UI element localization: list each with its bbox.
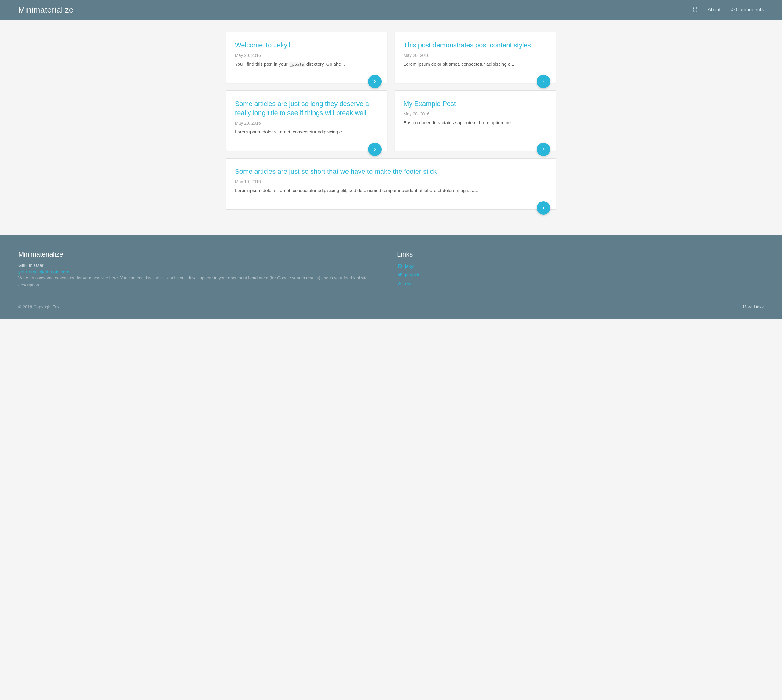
footer-link-jekyllrb[interactable]: jekyllrb: [397, 272, 764, 277]
post-title-4[interactable]: Some articles are just so short that we …: [235, 167, 547, 176]
footer-link-label-jekyllrb: jekyllrb: [405, 272, 419, 277]
read-more-btn-3[interactable]: [537, 143, 550, 156]
footer-user: GitHub User: [18, 263, 385, 268]
read-more-btn-4[interactable]: [537, 201, 550, 215]
footer-link-label-jekyll: jekyll: [405, 263, 415, 269]
post-card-3: My Example Post May 20, 2016 Eos eu doce…: [395, 90, 556, 151]
footer-link-jekyll[interactable]: jekyll: [397, 263, 764, 269]
components-link[interactable]: <> Components: [730, 7, 764, 13]
fingerprint-icon-link[interactable]: [692, 7, 699, 13]
footer-top: Minimaterialize GitHub User your-email@d…: [18, 250, 764, 298]
twitter-icon: [397, 272, 403, 277]
arrow-icon-4: [540, 205, 547, 211]
read-more-btn-0[interactable]: [368, 75, 382, 88]
post-excerpt-0: You'll find this post in your _posts dir…: [235, 61, 378, 68]
components-label: Components: [736, 7, 764, 13]
post-excerpt-3: Eos eu docendi tractatos sapientem, brut…: [404, 119, 547, 127]
post-card-0: Welcome To Jekyll May 20, 2016 You'll fi…: [226, 32, 387, 83]
arrow-icon-3: [540, 146, 547, 152]
rss-icon: [397, 280, 403, 286]
post-title-2[interactable]: Some articles are just so long they dese…: [235, 99, 378, 117]
footer: Minimaterialize GitHub User your-email@d…: [0, 235, 782, 318]
fingerprint-icon: [692, 7, 699, 13]
footer-links-title: Links: [397, 250, 764, 258]
post-title-0[interactable]: Welcome To Jekyll: [235, 41, 378, 50]
footer-brand: Minimaterialize: [18, 250, 385, 258]
post-date-4: May 19, 2016: [235, 179, 547, 184]
post-excerpt-4: Lorem ipsum dolor sit amet, consectetur …: [235, 187, 547, 194]
posts-grid-row1: Welcome To Jekyll May 20, 2016 You'll fi…: [226, 32, 556, 83]
post-date-0: May 20, 2016: [235, 53, 378, 58]
arrow-icon-2: [372, 146, 378, 152]
posts-full-row: Some articles are just so short that we …: [226, 158, 556, 210]
post-excerpt-2: Lorem ipsum dolor sit amet, consectetur …: [235, 128, 378, 136]
footer-email[interactable]: your-email@domain.com: [18, 269, 69, 274]
post-excerpt-1: Lorem ipsum dolor sit amet, consectetur …: [404, 61, 547, 68]
post-date-1: May 20, 2016: [404, 53, 547, 58]
arrow-icon-1: [540, 78, 547, 85]
read-more-btn-1[interactable]: [537, 75, 550, 88]
post-date-3: May 20, 2016: [404, 112, 547, 117]
read-more-btn-2[interactable]: [368, 143, 382, 156]
main-content: Welcome To Jekyll May 20, 2016 You'll fi…: [220, 20, 562, 235]
posts-grid-row2: Some articles are just so long they dese…: [226, 90, 556, 151]
post-title-1[interactable]: This post demonstrates post content styl…: [404, 41, 547, 50]
footer-copyright: © 2018 Copyright Text: [18, 305, 60, 309]
footer-left: Minimaterialize GitHub User your-email@d…: [18, 250, 385, 289]
footer-more-links[interactable]: More Links: [743, 305, 764, 309]
footer-link-label-rss: rss: [405, 281, 411, 286]
code-icon: <>: [730, 7, 734, 13]
about-link[interactable]: About: [708, 7, 720, 13]
post-date-2: May 20, 2016: [235, 121, 378, 125]
site-brand[interactable]: Minimaterialize: [18, 5, 73, 15]
footer-bottom: © 2018 Copyright Text More Links: [18, 298, 764, 309]
github-icon: [397, 263, 403, 269]
footer-link-rss[interactable]: rss: [397, 280, 764, 286]
footer-right: Links jekyll jekyllrb: [397, 250, 764, 289]
post-card-4: Some articles are just so short that we …: [226, 158, 556, 210]
arrow-icon-0: [372, 78, 378, 85]
main-nav: About <> Components: [692, 7, 764, 13]
footer-description: Write an awesome description for your ne…: [18, 275, 385, 288]
post-title-3[interactable]: My Example Post: [404, 99, 547, 108]
post-card-2: Some articles are just so long they dese…: [226, 90, 387, 151]
post-card-1: This post demonstrates post content styl…: [395, 32, 556, 83]
